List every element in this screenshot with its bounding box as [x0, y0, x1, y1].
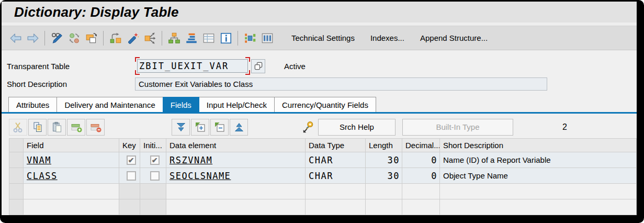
- column-header-length[interactable]: Length: [366, 139, 402, 152]
- empty-cell[interactable]: [402, 184, 440, 199]
- empty-cell[interactable]: [366, 199, 402, 215]
- empty-cell[interactable]: [119, 184, 140, 199]
- column-header-field[interactable]: Field: [24, 139, 119, 152]
- toolbar-separator: [162, 31, 162, 46]
- insert-row-button[interactable]: [67, 119, 85, 136]
- info-button[interactable]: [218, 30, 233, 46]
- move-up-button[interactable]: [230, 119, 248, 136]
- display-change-icon: [50, 31, 64, 45]
- title-separator: [2, 23, 637, 26]
- hierarchy-button[interactable]: [166, 30, 182, 46]
- empty-cell[interactable]: [140, 199, 166, 215]
- focus-corner: [245, 70, 250, 75]
- decimals-cell[interactable]: 0: [402, 168, 440, 184]
- table-header-row: Field Key Initi... Data element Data Typ…: [9, 139, 637, 152]
- column-header-initial[interactable]: Initi...: [140, 139, 166, 152]
- technical-settings-button[interactable]: Technical Settings: [291, 34, 355, 42]
- search-help-key-button[interactable]: [300, 119, 316, 136]
- empty-cell[interactable]: [366, 184, 402, 199]
- empty-cell[interactable]: [119, 199, 140, 215]
- forward-button[interactable]: [25, 30, 40, 46]
- sort-stack-icon: [185, 31, 198, 45]
- paste-icon: [51, 121, 63, 133]
- columns-button[interactable]: [259, 30, 275, 46]
- length-cell[interactable]: 30: [366, 152, 402, 168]
- field-count: 2: [562, 122, 567, 132]
- wand-button[interactable]: [125, 30, 140, 46]
- field-name-cell[interactable]: VNAM: [24, 152, 119, 168]
- short-description-cell[interactable]: Name (ID) of a Report Variable: [440, 152, 637, 168]
- length-cell[interactable]: 30: [366, 168, 402, 184]
- empty-cell[interactable]: [166, 184, 306, 199]
- short-description-cell[interactable]: Object Type Name: [440, 168, 637, 184]
- copy-row-button[interactable]: [28, 119, 47, 136]
- where-used-button[interactable]: [142, 30, 157, 46]
- empty-cell[interactable]: [140, 184, 166, 199]
- field-name-cell[interactable]: CLASS: [24, 168, 119, 184]
- display-change-button[interactable]: [49, 30, 64, 46]
- goto-button[interactable]: [108, 30, 123, 46]
- column-header-data-element[interactable]: Data element: [166, 139, 306, 152]
- key-checkbox[interactable]: [119, 168, 140, 184]
- expand-button[interactable]: [191, 119, 209, 136]
- copy-field-button[interactable]: [251, 59, 265, 73]
- empty-cell[interactable]: [402, 199, 440, 215]
- key-checkbox[interactable]: ✔: [119, 152, 140, 168]
- expand-icon: [194, 121, 207, 133]
- sort-stack-button[interactable]: [184, 30, 199, 46]
- tab-input-help-check[interactable]: Input Help/Check: [199, 97, 275, 112]
- fields-panel: Srch Help Built-In Type 2 Field Key Init…: [2, 114, 637, 215]
- row-selector-header[interactable]: [9, 139, 24, 152]
- built-in-type-button: Built-In Type: [402, 119, 513, 136]
- tab-attributes[interactable]: Attributes: [8, 97, 57, 112]
- tab-currency-quantity[interactable]: Currency/Quantity Fields: [274, 97, 376, 112]
- row-selector[interactable]: [9, 199, 24, 215]
- table-display-button[interactable]: [201, 30, 216, 46]
- copy-object-icon: [85, 31, 98, 45]
- column-header-decimals[interactable]: Decimal...: [402, 139, 440, 152]
- tab-delivery-maintenance[interactable]: Delivery and Maintenance: [57, 97, 163, 112]
- initial-checkbox[interactable]: ✔: [140, 152, 166, 168]
- column-header-key[interactable]: Key: [119, 139, 140, 152]
- title-bar: Dictionary: Display Table: [2, 2, 637, 23]
- data-type-cell[interactable]: CHAR: [306, 152, 366, 168]
- data-type-cell[interactable]: CHAR: [306, 168, 366, 184]
- empty-cell[interactable]: [306, 199, 366, 215]
- row-selector[interactable]: [9, 184, 24, 199]
- tab-fields[interactable]: Fields: [163, 97, 199, 112]
- toolbar-separator: [44, 31, 45, 46]
- empty-cell[interactable]: [440, 184, 637, 199]
- back-button[interactable]: [8, 30, 23, 46]
- status-badge: Active: [284, 62, 306, 71]
- append-structure-button[interactable]: Append Structure...: [420, 34, 488, 42]
- empty-cell[interactable]: [306, 184, 366, 199]
- indexes-button[interactable]: Indexes...: [370, 34, 404, 42]
- decimals-cell[interactable]: 0: [402, 152, 440, 168]
- delete-row-button[interactable]: [86, 119, 105, 136]
- srch-help-button[interactable]: Srch Help: [318, 119, 396, 136]
- data-element-cell[interactable]: RSZVNAM: [166, 152, 306, 168]
- where-used-icon: [143, 31, 157, 45]
- empty-cell[interactable]: [24, 199, 119, 215]
- paste-row-button[interactable]: [48, 119, 66, 136]
- empty-cell[interactable]: [24, 184, 119, 199]
- empty-cell[interactable]: [166, 199, 306, 215]
- column-header-data-type[interactable]: Data Type: [306, 139, 366, 152]
- row-selector[interactable]: [9, 152, 24, 168]
- back-icon: [9, 31, 22, 45]
- refresh-button[interactable]: [66, 30, 82, 46]
- empty-cell[interactable]: [440, 199, 637, 215]
- forward-icon: [26, 31, 40, 45]
- table-row: VNAM ✔ ✔ RSZVNAM CHAR 30 0 Name (ID) of …: [9, 152, 637, 168]
- data-element-cell[interactable]: SEOCLSNAME: [166, 168, 306, 184]
- row-selector[interactable]: [9, 168, 24, 184]
- collapse-button[interactable]: [210, 119, 229, 136]
- graphic-button[interactable]: [242, 30, 257, 46]
- graphic-icon: [243, 31, 257, 45]
- move-down-button[interactable]: [172, 119, 190, 136]
- column-header-short-description[interactable]: Short Description: [440, 139, 637, 152]
- table-name-input[interactable]: ZBIT_UEXIT_VAR: [137, 59, 248, 73]
- initial-checkbox[interactable]: [140, 168, 166, 184]
- short-description-field[interactable]: Customer Exit Variables to Class: [135, 77, 547, 91]
- copy-object-button[interactable]: [84, 30, 99, 46]
